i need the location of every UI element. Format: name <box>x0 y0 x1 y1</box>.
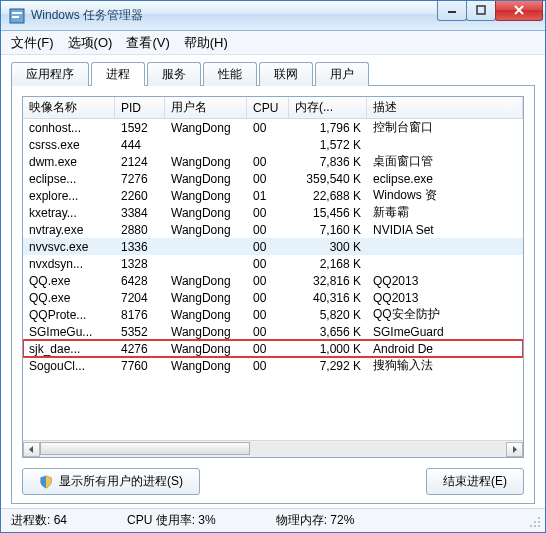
window-buttons <box>438 1 543 23</box>
menu-options[interactable]: 选项(O) <box>68 34 113 52</box>
cell-image: nvtray.exe <box>23 223 115 237</box>
shield-icon <box>39 475 53 489</box>
table-row[interactable]: nvxdsyn...1328002,168 K <box>23 255 523 272</box>
cell-cpu: 00 <box>247 223 289 237</box>
cell-image: sjk_dae... <box>23 342 115 356</box>
header-memory[interactable]: 内存(... <box>289 97 367 118</box>
show-all-users-button[interactable]: 显示所有用户的进程(S) <box>22 468 200 495</box>
cell-image: kxetray... <box>23 206 115 220</box>
svg-point-13 <box>534 525 536 527</box>
close-button[interactable] <box>495 1 543 21</box>
scroll-thumb[interactable] <box>40 442 250 455</box>
tab-network[interactable]: 联网 <box>259 62 313 86</box>
window-title: Windows 任务管理器 <box>31 7 438 24</box>
cell-mem: 5,820 K <box>289 308 367 322</box>
cell-user: WangDong <box>165 274 247 288</box>
table-row[interactable]: eclipse...7276WangDong00359,540 Keclipse… <box>23 170 523 187</box>
header-user[interactable]: 用户名 <box>165 97 247 118</box>
cell-pid: 3384 <box>115 206 165 220</box>
titlebar[interactable]: Windows 任务管理器 <box>1 1 545 31</box>
table-row[interactable]: explore...2260WangDong0122,688 KWindows … <box>23 187 523 204</box>
svg-point-10 <box>534 521 536 523</box>
minimize-button[interactable] <box>437 1 467 21</box>
svg-point-9 <box>538 517 540 519</box>
cell-desc: QQ安全防护 <box>367 306 523 323</box>
cell-cpu: 00 <box>247 308 289 322</box>
table-row[interactable]: dwm.exe2124WangDong007,836 K桌面窗口管 <box>23 153 523 170</box>
cell-mem: 359,540 K <box>289 172 367 186</box>
header-cpu[interactable]: CPU <box>247 97 289 118</box>
svg-point-12 <box>530 525 532 527</box>
cell-user: WangDong <box>165 325 247 339</box>
cell-user: WangDong <box>165 155 247 169</box>
table-row[interactable]: QQ.exe6428WangDong0032,816 KQQ2013 <box>23 272 523 289</box>
button-row: 显示所有用户的进程(S) 结束进程(E) <box>22 468 524 495</box>
cell-pid: 7204 <box>115 291 165 305</box>
cell-desc: 桌面窗口管 <box>367 153 523 170</box>
cell-user: WangDong <box>165 291 247 305</box>
table-row[interactable]: nvvsvc.exe133600300 K <box>23 238 523 255</box>
table-row[interactable]: QQ.exe7204WangDong0040,316 KQQ2013 <box>23 289 523 306</box>
table-row[interactable]: SGImeGu...5352WangDong003,656 KSGImeGuar… <box>23 323 523 340</box>
svg-marker-8 <box>513 446 517 453</box>
cell-mem: 7,836 K <box>289 155 367 169</box>
cell-image: nvvsvc.exe <box>23 240 115 254</box>
processes-panel: 映像名称 PID 用户名 CPU 内存(... 描述 conhost...159… <box>11 85 535 504</box>
header-pid[interactable]: PID <box>115 97 165 118</box>
cell-pid: 5352 <box>115 325 165 339</box>
menu-help[interactable]: 帮助(H) <box>184 34 228 52</box>
tab-performance[interactable]: 性能 <box>203 62 257 86</box>
cell-cpu: 00 <box>247 291 289 305</box>
cell-pid: 2880 <box>115 223 165 237</box>
menubar: 文件(F) 选项(O) 查看(V) 帮助(H) <box>1 31 545 55</box>
menu-file[interactable]: 文件(F) <box>11 34 54 52</box>
table-row[interactable]: kxetray...3384WangDong0015,456 K新毒霸 <box>23 204 523 221</box>
tab-users[interactable]: 用户 <box>315 62 369 86</box>
table-row[interactable]: sjk_dae...4276WangDong001,000 KAndroid D… <box>23 340 523 357</box>
tab-applications[interactable]: 应用程序 <box>11 62 89 86</box>
cell-image: QQProte... <box>23 308 115 322</box>
cell-pid: 8176 <box>115 308 165 322</box>
maximize-button[interactable] <box>466 1 496 21</box>
table-row[interactable]: csrss.exe4441,572 K <box>23 136 523 153</box>
svg-point-11 <box>538 521 540 523</box>
table-row[interactable]: conhost...1592WangDong001,796 K控制台窗口 <box>23 119 523 136</box>
svg-rect-1 <box>12 12 22 14</box>
cell-pid: 444 <box>115 138 165 152</box>
cell-pid: 2260 <box>115 189 165 203</box>
cell-cpu: 00 <box>247 359 289 373</box>
header-description[interactable]: 描述 <box>367 97 523 118</box>
scroll-left-button[interactable] <box>23 442 40 457</box>
cell-mem: 3,656 K <box>289 325 367 339</box>
cell-user: WangDong <box>165 206 247 220</box>
cell-desc: Windows 资 <box>367 187 523 204</box>
horizontal-scrollbar[interactable] <box>23 440 523 457</box>
cell-mem: 1,572 K <box>289 138 367 152</box>
table-row[interactable]: SogouCl...7760WangDong007,292 K搜狗输入法 <box>23 357 523 374</box>
cell-cpu: 00 <box>247 325 289 339</box>
cell-image: SogouCl... <box>23 359 115 373</box>
cell-mem: 1,000 K <box>289 342 367 356</box>
cell-mem: 15,456 K <box>289 206 367 220</box>
tab-services[interactable]: 服务 <box>147 62 201 86</box>
header-image-name[interactable]: 映像名称 <box>23 97 115 118</box>
scroll-track[interactable] <box>40 442 506 457</box>
table-row[interactable]: nvtray.exe2880WangDong007,160 KNVIDIA Se… <box>23 221 523 238</box>
cell-desc: 搜狗输入法 <box>367 357 523 374</box>
cell-desc: QQ2013 <box>367 291 523 305</box>
app-icon <box>9 8 25 24</box>
cell-mem: 7,160 K <box>289 223 367 237</box>
resize-grip-icon[interactable] <box>529 516 541 528</box>
cell-cpu: 00 <box>247 121 289 135</box>
cell-image: nvxdsyn... <box>23 257 115 271</box>
task-manager-window: Windows 任务管理器 文件(F) 选项(O) 查看(V) 帮助(H) 应用… <box>0 0 546 533</box>
cell-pid: 2124 <box>115 155 165 169</box>
end-process-button[interactable]: 结束进程(E) <box>426 468 524 495</box>
cell-image: SGImeGu... <box>23 325 115 339</box>
cell-desc: Android De <box>367 342 523 356</box>
scroll-right-button[interactable] <box>506 442 523 457</box>
process-rows[interactable]: conhost...1592WangDong001,796 K控制台窗口csrs… <box>23 119 523 440</box>
tab-processes[interactable]: 进程 <box>91 62 145 86</box>
table-row[interactable]: QQProte...8176WangDong005,820 KQQ安全防护 <box>23 306 523 323</box>
menu-view[interactable]: 查看(V) <box>126 34 169 52</box>
